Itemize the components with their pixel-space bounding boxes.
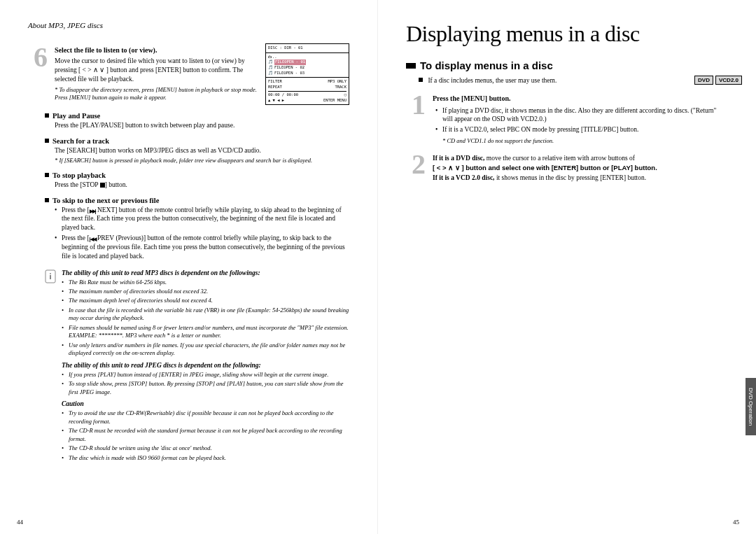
osd-arrows: ▲ ▼ ◀ ▶ [268,98,284,104]
skip-prev: Press the [|◀◀ PREV (Previous)] button o… [55,234,349,260]
section-play-pause: Play and Pause Press the [PLAY/PAUSE] bu… [45,112,349,130]
step-6-note: * To disappear the directory screen, pre… [55,86,258,101]
page-number-left: 44 [17,519,23,526]
list-item: The maximum number of directories should… [62,288,349,295]
page-number-right: 45 [733,519,739,526]
stop-title: To stop playback [52,171,106,179]
side-tab: DVD Operation [746,378,756,435]
list-item: The CD-R must be recorded with the stand… [62,427,349,443]
osd-file-3: FILEOPEN - 03 [274,71,304,76]
bullet-icon [45,198,49,202]
intro-text: If a disc includes menus, the user may u… [419,77,721,84]
stop-icon [100,183,105,188]
svg-point-1 [50,273,51,274]
step-2-number: 2 [406,150,426,183]
section-search: Search for a track The [SEARCH] button w… [45,137,349,164]
search-note: * If [SEARCH] button is pressed in playb… [55,157,349,164]
bullet-icon [419,78,423,82]
list-item: The disc which is made with ISO 9660 for… [62,454,349,462]
list-item: Try to avoid the use the CD-RW(Rewritabl… [62,409,349,426]
search-title: Search for a track [52,137,109,145]
note-box: The ability of this unit to read MP3 dis… [45,269,349,463]
osd-mp3only: MP3 ONLY [328,79,347,85]
format-badges: DVD VCD2.0 [694,76,742,85]
list-item: The maximum depth level of directories s… [62,297,349,304]
osd-time: 00:00 / 00:00 [268,92,298,98]
step-1-bullet-2: If it is a VCD2.0, select PBC ON mode by… [435,125,721,134]
next-icon: ▶▶| [90,208,96,214]
left-page-header: About MP3, JPEG discs [28,21,349,29]
bullet-icon [45,139,49,143]
step-6-body: Move the cursor to desired file which yo… [55,57,258,83]
step-1-note: * CD and VCD1.1 do not support the funct… [442,137,721,145]
badge-dvd: DVD [694,76,713,85]
step-6-number: 6 [28,43,48,105]
list-item: Use only letters and/or numbers in file … [62,342,349,358]
page-title: Displaying menus in a disc [406,21,721,47]
step-1-number: 1 [406,91,426,145]
list-item: The Bit Rate must be within 64-256 kbps. [62,279,349,286]
section-skip: To skip to the next or previous file Pre… [45,197,349,261]
mp3-note-head: The ability of this unit to read MP3 dis… [62,269,349,276]
jpeg-note-head: The ability of this unit to read JPEG di… [62,362,349,369]
osd-top: DISC : DIR - 01 [266,44,349,53]
jpeg-note-list: If you press [PLAY] button instead of [E… [62,371,349,396]
list-item: To stop slide show, press [STOP] button.… [62,380,349,396]
bullet-icon [45,113,49,118]
step-1-bullet-1: If playing a DVD disc, it shows menus in… [435,106,721,125]
stop-body: Press the [STOP ] button. [55,181,349,190]
osd-repeat: REPEAT [268,85,282,90]
list-item: If you press [PLAY] button instead of [E… [62,371,349,379]
step-6-title: Select the file to listen to (or view). [55,46,258,54]
caution-list: Try to avoid the use the CD-RW(Rewritabl… [62,409,349,462]
section-stop: To stop playback Press the [STOP ] butto… [45,171,349,190]
list-item: The CD-R should be written using the 'di… [62,444,349,452]
note-icon [45,269,56,463]
caution-head: Caution [62,400,349,407]
osd-preview: DISC : DIR - 01 🗀.. 🎵FILEOPEN - 01 🎵FILE… [265,43,349,105]
step-1: 1 Press the [MENU] button. If playing a … [406,91,721,145]
play-pause-title: Play and Pause [52,112,100,120]
step-2-line-3: If it is a VCD 2.0 disc, it shows menus … [433,173,721,183]
svg-rect-2 [50,275,51,279]
step-6: 6 Select the file to listen to (or view)… [28,43,349,105]
osd-track: TRACK [335,85,346,90]
step-2-line-2: [ < > ∧ ∨ ] button and select one with [… [433,163,721,173]
mp3-note-list: The Bit Rate must be within 64-256 kbps.… [62,279,349,358]
osd-file-1: FILEOPEN - 01 [274,59,306,65]
skip-title: To skip to the next or previous file [52,197,159,204]
skip-next: Press the [▶▶| NEXT] button of the remot… [55,206,349,232]
step-2-line-1: If it is a DVD disc, move the cursor to … [433,153,721,163]
step-2: 2 If it is a DVD disc, move the cursor t… [406,150,721,183]
bullet-icon [45,173,49,177]
list-item: In case that the file is recorded with t… [62,307,349,323]
osd-enter: ENTER MENU [323,98,346,104]
prev-icon: |◀◀ [90,236,96,242]
subtitle: To display menus in a disc [406,59,721,71]
play-pause-body: Press the [PLAY/PAUSE] button to switch … [55,121,349,130]
bar-icon [406,63,416,69]
search-body: The [SEARCH] button works on MP3/JPEG di… [55,146,349,155]
osd-file-2: FILEOPEN - 02 [274,65,304,71]
badge-vcd: VCD2.0 [715,76,742,85]
step-1-title: Press the [MENU] button. [433,94,721,104]
list-item: File names should be named using 8 or fe… [62,324,349,340]
osd-filter: FILTER [268,79,282,85]
